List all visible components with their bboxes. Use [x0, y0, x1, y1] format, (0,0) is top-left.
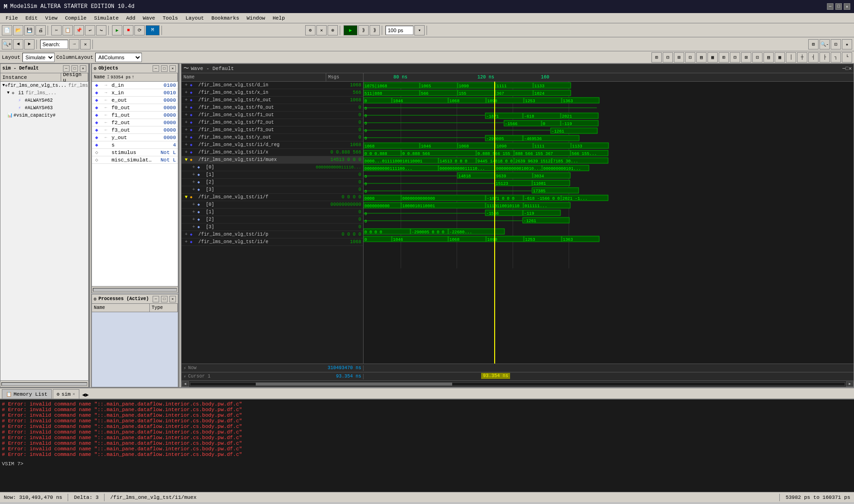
maximize-button[interactable]: □: [835, 3, 842, 10]
transcript-input[interactable]: [2, 467, 95, 473]
sig-expand-muex2[interactable]: +: [190, 180, 197, 185]
sig-row-e_out[interactable]: + ◆ /fir_lms_one_vlg_tst/e_out 1068: [182, 97, 363, 104]
tree-item-always63[interactable]: ⚡ #ALWAYS#63: [0, 104, 88, 112]
sig-expand-muex3[interactable]: +: [190, 187, 197, 192]
instance-float-btn[interactable]: □: [71, 65, 78, 72]
cut-button[interactable]: ✂: [51, 25, 62, 35]
instance-hscroll[interactable]: [0, 380, 88, 387]
sig-expand-e[interactable]: +: [182, 239, 190, 245]
zoom-out-btn[interactable]: 🔍-: [819, 39, 830, 49]
scroll-tabs-right[interactable]: ►: [85, 392, 89, 399]
sim-step2-btn[interactable]: ⟫: [370, 25, 380, 35]
sig-expand-f[interactable]: ▼: [182, 195, 190, 200]
layout-btn-5[interactable]: ▤: [696, 52, 707, 63]
tree-item-vsim[interactable]: 📊 #vsim_capacity#: [0, 112, 88, 119]
sig-row-f2[interactable]: + ◆ [2] 0: [182, 216, 363, 224]
wave-fit-btn[interactable]: ⊗: [328, 25, 338, 35]
close-button[interactable]: ✕: [844, 3, 850, 10]
layout-btn-2[interactable]: ⊟: [663, 52, 673, 63]
sig-row-f[interactable]: ▼ ◆ /fir_lms_one_vlg_tst/i1/f 0 0 0 0: [182, 194, 363, 201]
processes-minimize-btn[interactable]: ─: [153, 296, 159, 302]
wave-visualization[interactable]: 1075|1068 1065 1090 1111 1133 511|888 56…: [364, 82, 854, 364]
layout-btn-17[interactable]: ┐: [831, 52, 841, 63]
layout-btn-15[interactable]: ┤: [808, 52, 819, 63]
compile-button[interactable]: M: [146, 25, 160, 35]
sig-row-muex1[interactable]: + ◆ [1] 0: [182, 171, 363, 179]
layout-btn-16[interactable]: ├: [819, 52, 830, 63]
sig-row-p[interactable]: + ◆ /fir_lms_one_vlg_tst/i1/p 0 0 0 0: [182, 231, 363, 238]
sig-expand-d_in[interactable]: +: [182, 83, 190, 88]
layout-btn-14[interactable]: ┼: [797, 52, 807, 63]
next-edge-btn[interactable]: ►: [24, 39, 35, 49]
layout-btn-18[interactable]: └: [842, 52, 852, 63]
zoom-all-btn[interactable]: ⊡: [831, 39, 841, 49]
layout-btn-7[interactable]: ⊞: [719, 52, 729, 63]
obj-x_in[interactable]: ◆ → x_in 0010: [92, 89, 178, 97]
search-go-btn[interactable]: →: [69, 39, 79, 49]
layout-btn-8[interactable]: ⊟: [730, 52, 740, 63]
undo-button[interactable]: ↩: [85, 25, 95, 35]
instance-close-btn[interactable]: ✕: [80, 65, 86, 72]
redo-button[interactable]: ↪: [96, 25, 106, 35]
sim-step-btn[interactable]: ⟫: [358, 25, 369, 35]
menu-file[interactable]: File: [2, 14, 21, 22]
menu-edit[interactable]: Edit: [21, 14, 41, 22]
sig-row-x[interactable]: + ◆ /fir_lms_one_vlg_tst/i1/x 0 0.888 56…: [182, 149, 363, 156]
paste-button[interactable]: 📌: [74, 25, 84, 35]
sig-row-muex3[interactable]: + ◆ [3] 0: [182, 186, 363, 194]
sig-expand-e_out[interactable]: +: [182, 98, 190, 103]
open-button[interactable]: 📂: [13, 25, 23, 35]
sig-row-y_out[interactable]: + ◆ /fir_lms_one_vlg_tst/y_out 0: [182, 134, 363, 141]
sig-row-dreg[interactable]: + ◆ /fir_lms_one_vlg_tst/i1/d_reg 1068: [182, 141, 363, 149]
layout-btn-6[interactable]: ▦: [707, 52, 718, 63]
sig-expand-muex1[interactable]: +: [190, 172, 197, 177]
tree-item-root[interactable]: ▼ ◈ fir_lms_one_vlg_ts... fir_lms_...: [0, 82, 88, 89]
sig-expand-muex[interactable]: ▼: [182, 157, 190, 162]
sig-expand-x[interactable]: +: [182, 150, 190, 155]
layout-btn-12[interactable]: ▦: [775, 52, 785, 63]
column-layout-select[interactable]: AllColumns: [95, 53, 142, 62]
obj-s[interactable]: ◆ s 4: [92, 141, 178, 149]
sig-row-d_in[interactable]: + ◆ /fir_lms_one_vlg_tst/d_in 1068: [182, 82, 363, 89]
menu-compile[interactable]: Compile: [61, 14, 90, 22]
layout-btn-11[interactable]: ▤: [763, 52, 774, 63]
restart-button[interactable]: ⟳: [134, 25, 145, 35]
save-button[interactable]: 💾: [24, 25, 35, 35]
wave-close-btn[interactable]: ✕: [848, 65, 852, 71]
wave-undock-btn[interactable]: □: [846, 66, 849, 71]
bookmark-btn[interactable]: ★: [842, 39, 852, 49]
tab-sim[interactable]: ⚙ sim ✕: [53, 389, 79, 399]
tab-memory-list[interactable]: 📋 Memory List: [2, 389, 52, 399]
scroll-left-btn[interactable]: ◄: [182, 381, 189, 387]
sig-row-f2_out[interactable]: + ◆ /fir_lms_one_vlg_tst/f2_out 0: [182, 119, 363, 126]
obj-misc_simulation[interactable]: ◇ misc_simulation Not L: [92, 156, 178, 164]
tab-sim-close[interactable]: ✕: [72, 392, 75, 397]
zoom-fit-btn[interactable]: ⊞: [808, 39, 819, 49]
sig-row-f1[interactable]: + ◆ [1] 0: [182, 209, 363, 216]
objects-hscroll[interactable]: [92, 286, 178, 293]
time-unit-btn[interactable]: ▾: [414, 25, 425, 35]
sig-row-muex0[interactable]: + ◆ [0] 000000000011110...: [182, 164, 363, 171]
wave-zoom-btn[interactable]: ⊕: [305, 25, 315, 35]
sig-row-f3_out[interactable]: + ◆ /fir_lms_one_vlg_tst/f3_out 0: [182, 126, 363, 134]
layout-btn-10[interactable]: ⊡: [752, 52, 763, 63]
search-input[interactable]: [40, 40, 68, 49]
wave-pan-btn[interactable]: ✕: [316, 25, 327, 35]
obj-e_out[interactable]: ◆ ← e_out 0000: [92, 97, 178, 104]
obj-f3_out[interactable]: ◆ ← f3_out 0000: [92, 126, 178, 134]
wave-scroll-thumb[interactable]: [256, 383, 452, 385]
scroll-right-btn[interactable]: ►: [846, 381, 854, 387]
sig-expand-f3_out[interactable]: +: [182, 127, 190, 133]
wave-scroll-track[interactable]: [190, 382, 845, 386]
layout-btn-9[interactable]: ⊠: [741, 52, 751, 63]
menu-bookmarks[interactable]: Bookmarks: [208, 14, 243, 22]
sig-expand-y_out[interactable]: +: [182, 135, 190, 140]
wave-minimize-btn[interactable]: ─: [842, 66, 846, 71]
sig-row-muex2[interactable]: + ◆ [2] 0: [182, 179, 363, 186]
run-button[interactable]: ▶: [112, 25, 122, 35]
obj-d_in[interactable]: ◆ → d_in 0100: [92, 82, 178, 89]
window-controls[interactable]: ─ □ ✕: [827, 3, 850, 10]
obj-y_out[interactable]: ◆ ← y_out 0000: [92, 134, 178, 141]
stop-button[interactable]: ■: [123, 25, 133, 35]
menu-help[interactable]: Help: [269, 14, 288, 22]
